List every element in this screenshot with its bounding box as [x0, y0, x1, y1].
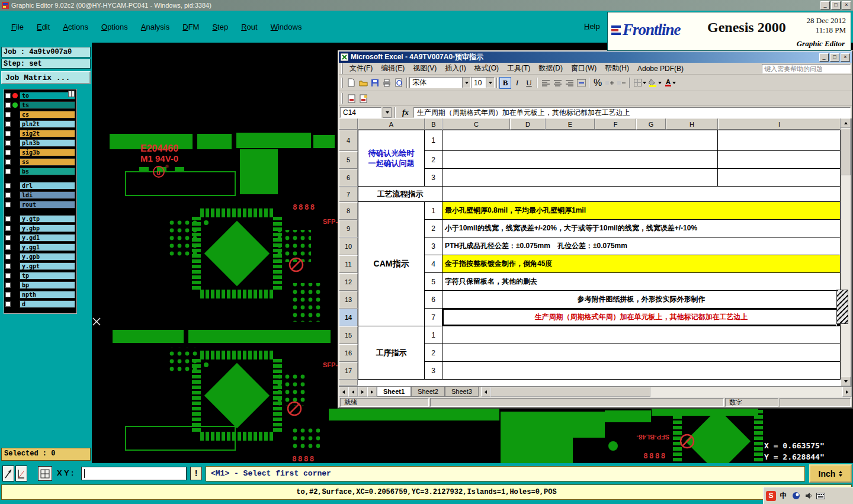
layer-name[interactable]: sig2t	[20, 130, 75, 137]
units-selector[interactable]: Inch	[809, 464, 852, 483]
layer-name[interactable]: y.gtp	[20, 215, 75, 223]
tray-app-icon[interactable]	[791, 491, 801, 501]
align-center-icon[interactable]	[551, 77, 563, 89]
cell-c17-i17[interactable]	[442, 362, 841, 380]
row-header-5[interactable]: 5	[339, 151, 358, 169]
volume-icon[interactable]	[803, 491, 813, 501]
merge-center-icon[interactable]	[575, 77, 587, 89]
layer-checkbox[interactable]	[5, 301, 11, 307]
layer-checkbox[interactable]	[5, 121, 11, 127]
layer-row-ygpt[interactable]: y.gpt	[4, 262, 76, 271]
cell-i4[interactable]	[718, 130, 841, 151]
tab-sheet2[interactable]: Sheet2	[411, 387, 445, 397]
excel-menu-file[interactable]: 文件(F)	[345, 63, 377, 73]
layer-name[interactable]: d	[20, 300, 75, 308]
layer-name[interactable]: ss	[20, 158, 75, 166]
cell-c6-h6[interactable]	[442, 169, 718, 187]
vertical-scroll-thumb[interactable]	[841, 128, 851, 175]
column-header-d[interactable]: D	[510, 118, 546, 130]
layer-checkbox[interactable]	[5, 169, 11, 174]
cell-b16[interactable]: 2	[425, 344, 442, 362]
partial-row[interactable]	[358, 380, 841, 386]
menu-edit[interactable]: Edit	[30, 23, 56, 31]
cell-c7-i7[interactable]	[442, 187, 841, 202]
italic-button[interactable]: I	[511, 77, 523, 89]
row-header-10[interactable]: 10	[339, 237, 358, 255]
cell-b11[interactable]: 4	[425, 255, 442, 273]
layer-name[interactable]: sig3b	[20, 149, 75, 156]
layer-checkbox[interactable]	[5, 292, 11, 297]
column-header-h[interactable]: H	[666, 118, 718, 130]
menu-options[interactable]: Options	[95, 23, 134, 31]
layer-name[interactable]: tp	[20, 272, 75, 280]
row-header-9[interactable]: 9	[339, 220, 358, 237]
layer-checkbox[interactable]	[5, 93, 11, 98]
column-header-i[interactable]: I	[718, 118, 841, 130]
layer-checkbox[interactable]	[5, 264, 11, 269]
cell-c10[interactable]: PTH孔成品孔径公差：±0.075mm 孔位公差：±0.075mm	[442, 237, 841, 255]
excel-menu-helpmenu[interactable]: 帮助(H)	[601, 63, 633, 73]
menu-step[interactable]: Step	[206, 23, 235, 31]
cell-a4-merged[interactable]: 待确认光绘时一起确认问题	[358, 130, 425, 187]
layer-name[interactable]: bp	[20, 281, 75, 289]
job-matrix-button[interactable]: Job Matrix ...	[1, 71, 91, 84]
minimize-button[interactable]: _	[820, 1, 830, 9]
align-left-icon[interactable]	[540, 77, 551, 89]
layer-row-bs[interactable]: bs	[4, 167, 76, 176]
layer-checkbox[interactable]	[5, 216, 11, 221]
cell-c13[interactable]: 参考附件图纸拼板，外形按实际外形制作	[442, 291, 841, 309]
cell-c9[interactable]: 小于10mil的线宽，线宽误差+/-20%，大于或等于10mil的线宽，线宽误差…	[442, 220, 841, 237]
horizontal-scroll-thumb[interactable]	[490, 387, 650, 397]
layer-row-npth[interactable]: npth	[4, 290, 76, 299]
layer-row-to[interactable]: to	[4, 91, 76, 100]
save-icon[interactable]	[369, 77, 381, 89]
row-header-16[interactable]: 16	[339, 344, 358, 362]
name-box[interactable]: C14	[340, 107, 381, 118]
cell-b13[interactable]: 6	[425, 291, 442, 309]
new-icon[interactable]	[345, 77, 357, 89]
layer-name[interactable]: pln3b	[20, 139, 75, 147]
cell-b5[interactable]: 2	[425, 151, 442, 169]
maximize-button[interactable]: □	[831, 1, 841, 9]
align-right-icon[interactable]	[563, 77, 575, 89]
layer-name[interactable]: ts	[20, 101, 75, 109]
cell-i6[interactable]	[718, 169, 841, 187]
row-header-12[interactable]: 12	[339, 273, 358, 291]
select-all-corner[interactable]	[339, 118, 358, 130]
layer-name[interactable]: y.gg1	[20, 243, 75, 251]
fill-color-button[interactable]	[647, 77, 663, 89]
percent-style-button[interactable]: %	[592, 77, 604, 89]
layer-row-bp[interactable]: bp	[4, 281, 76, 290]
last-sheet-icon[interactable]	[367, 387, 377, 397]
excel-menu-tools[interactable]: 工具(T)	[503, 63, 534, 73]
layer-checkbox[interactable]	[5, 112, 11, 117]
horizontal-scrollbar[interactable]	[481, 387, 852, 397]
cell-b9[interactable]: 2	[425, 220, 442, 237]
layer-row-drl[interactable]: drl	[4, 181, 76, 190]
row-header-11[interactable]: 11	[339, 255, 358, 273]
layer-name[interactable]: cs	[20, 111, 75, 118]
menu-file[interactable]: File	[5, 23, 30, 31]
layer-row-d[interactable]: d	[4, 300, 76, 309]
layer-name[interactable]: drl	[20, 182, 75, 190]
excel-menu-edit[interactable]: 编辑(E)	[377, 63, 409, 73]
excel-menu-data[interactable]: 数据(D)	[534, 63, 567, 73]
font-name-dropdown-icon[interactable]	[462, 78, 470, 88]
layer-checkbox[interactable]	[5, 192, 11, 198]
layer-name[interactable]: rout	[20, 201, 75, 208]
layer-row-ygtp[interactable]: y.gtp	[4, 214, 76, 223]
increase-decimal-icon[interactable]	[604, 77, 615, 89]
layer-checkbox[interactable]	[5, 131, 11, 136]
next-sheet-icon[interactable]	[358, 387, 367, 397]
layer-row-cs[interactable]: cs	[4, 110, 76, 119]
layer-checkbox[interactable]	[5, 183, 11, 188]
cell-c14-selected[interactable]: 生产周期（周期格式年周）加在单元板上，其他标记都加在工艺边上	[442, 309, 841, 326]
layers-panel-grid-icon[interactable]	[68, 91, 75, 97]
column-header-a[interactable]: A	[358, 118, 425, 130]
layer-name[interactable]: ldi	[20, 191, 75, 199]
row-header-14[interactable]: 14	[339, 309, 358, 326]
row-header-8[interactable]: 8	[339, 202, 358, 220]
layer-row-ygd1[interactable]: y.gd1	[4, 233, 76, 242]
cell-i5[interactable]	[718, 151, 841, 169]
layer-row-ts[interactable]: ts	[4, 101, 76, 110]
